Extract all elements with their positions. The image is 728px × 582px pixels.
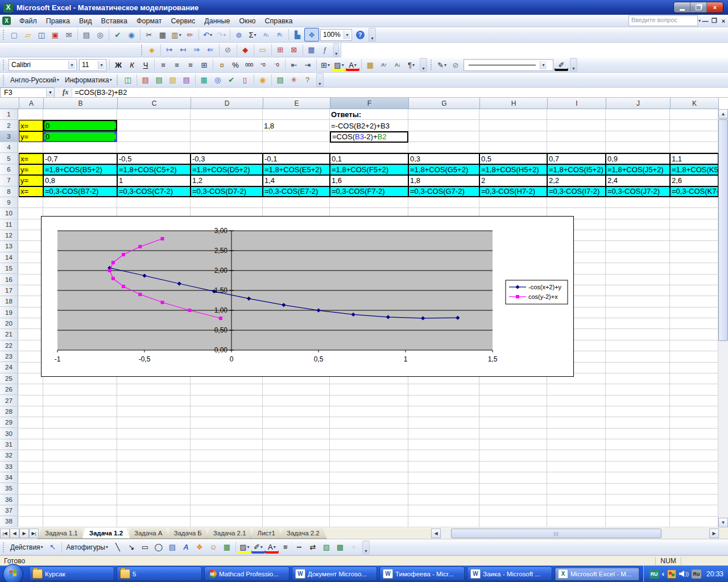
vertical-scroll-thumb[interactable] — [718, 119, 728, 341]
menu-вид[interactable]: Вид — [75, 16, 97, 26]
dictionaries-button[interactable]: ▦ — [197, 74, 211, 86]
threed-style-button[interactable]: ▩ — [333, 541, 347, 554]
row-header-4[interactable]: 4 — [0, 142, 18, 153]
line-color-button[interactable]: ✐▾ — [251, 541, 265, 554]
sheet-tab-Задача-2.2[interactable]: Задача 2.2 — [279, 528, 327, 539]
row-header-21[interactable]: 21 — [0, 329, 18, 340]
center-button[interactable]: ≡ — [170, 59, 184, 71]
row-header-6[interactable]: 6 — [0, 164, 18, 175]
quick-translate-button[interactable]: ◉ — [256, 74, 270, 86]
error-checking-button[interactable]: ◈ — [145, 44, 159, 56]
row-header-22[interactable]: 22 — [0, 340, 18, 351]
translate-selection-button[interactable]: ▤ — [152, 74, 166, 86]
increase-indent-button[interactable]: ⇥ — [301, 59, 315, 71]
dictionary-books-button[interactable]: ▤ — [274, 74, 287, 86]
translate-sheet-button[interactable]: ▤ — [166, 74, 180, 86]
cell-E6[interactable]: =1,8+COS(E5+2) — [263, 164, 330, 175]
decrease-indent-button[interactable]: ⇤ — [287, 59, 301, 71]
horizontal-scrollbar[interactable]: ◀ ||| ▶ — [431, 529, 719, 538]
dash-style-button[interactable]: ┅ — [292, 541, 306, 554]
taskbar-button-folder[interactable]: 5 — [117, 567, 202, 581]
cell-H6[interactable]: =1,8+COS(H5+2) — [479, 164, 547, 175]
cell-B8[interactable]: =0,3-COS(B7-2) — [43, 186, 117, 197]
taskbar-button-word[interactable]: WЗаика - Microsoft ... — [467, 567, 552, 581]
column-header-C[interactable]: C — [118, 98, 191, 109]
bold-button[interactable]: Ж — [111, 59, 125, 71]
evaluate-formula-button[interactable]: ƒ — [318, 44, 332, 56]
format-cells-button[interactable]: ▦ — [363, 59, 377, 71]
delete-watch-button[interactable]: ⊠ — [287, 44, 301, 56]
research-button[interactable]: ◉ — [125, 28, 138, 41]
font-color-button[interactable]: А▾ — [346, 59, 359, 71]
toolbar-options-button[interactable]: ▾ — [362, 541, 370, 554]
remove-dependent-arrows-button[interactable]: ⇐ — [204, 44, 217, 56]
last-sheet-button[interactable]: ▶| — [29, 529, 39, 538]
column-header-K[interactable]: K — [671, 98, 719, 109]
cell-D7[interactable]: 1,2 — [191, 175, 263, 186]
cell-F2[interactable]: =-COS(B2+2)+B3 — [330, 120, 408, 131]
translate-workbook-button[interactable]: ▤ — [180, 74, 193, 86]
cell-I6[interactable]: =1,8+COS(I5+2) — [547, 164, 606, 175]
name-box-dropdown-icon[interactable]: ▾ — [46, 89, 54, 97]
column-header-A[interactable]: A — [19, 98, 44, 109]
row-header-8[interactable]: 8 — [0, 186, 18, 197]
insert-watch-button[interactable]: ⊞ — [274, 44, 287, 56]
cell-F8[interactable]: =0,3-COS(F7-2) — [330, 186, 408, 197]
paste-button[interactable]: ▥▾ — [169, 28, 183, 41]
row-header-26[interactable]: 26 — [0, 384, 18, 395]
cell-A6[interactable]: y= — [19, 164, 43, 175]
cell-B2[interactable]: 0 — [43, 120, 117, 131]
row-header-29[interactable]: 29 — [0, 417, 18, 428]
draw-line-button[interactable]: ╲ — [111, 541, 125, 554]
first-sheet-button[interactable]: |◀ — [0, 529, 10, 538]
draw-arrow-button[interactable]: ↘ — [125, 541, 138, 554]
row-header-31[interactable]: 31 — [0, 439, 18, 450]
cell-K6[interactable]: =1,8+COS(K5+2) — [670, 164, 718, 175]
column-header-D[interactable]: D — [191, 98, 263, 109]
line-style-combo[interactable]: ▾ — [464, 59, 553, 71]
save-button[interactable]: ◫ — [35, 28, 48, 41]
row-header-7[interactable]: 7 — [0, 175, 18, 186]
settings-tools-button[interactable]: ✳ — [287, 74, 301, 86]
cell-G5[interactable]: 0,3 — [408, 153, 479, 164]
cell-G6[interactable]: =1,8+COS(G5+2) — [408, 164, 479, 175]
name-box[interactable]: F3 ▾ — [0, 88, 55, 98]
lingvo-translate-button[interactable]: ◫ — [121, 74, 135, 86]
menu-данные[interactable]: Данные — [200, 16, 234, 26]
format-painter-button[interactable]: ✏ — [183, 28, 197, 41]
tray-app-icon[interactable] — [667, 569, 676, 579]
fill-color-button[interactable]: ▨▾ — [332, 59, 346, 71]
menu-справка[interactable]: Справка — [260, 16, 297, 26]
cell-D6[interactable]: =1,8+COS(D5+2) — [191, 164, 263, 175]
row-header-19[interactable]: 19 — [0, 307, 18, 318]
scroll-right-button[interactable]: ▶ — [709, 529, 719, 538]
show-watch-window-button[interactable]: ▦ — [304, 44, 318, 56]
cell-F1[interactable]: Ответы: — [330, 109, 408, 120]
chevron-down-icon[interactable]: ▾ — [68, 61, 75, 69]
print-preview-button[interactable]: ◎ — [93, 28, 107, 41]
remove-precedent-arrows-button[interactable]: ↤ — [176, 44, 190, 56]
draw-actions-button[interactable]: Действия▾ — [7, 542, 46, 552]
scroll-left-button[interactable]: ◀ — [431, 529, 441, 538]
borders-button[interactable]: ⊞▾ — [318, 59, 332, 71]
line-color-button[interactable]: ✐ — [555, 59, 568, 71]
scroll-down-button[interactable]: ▼ — [718, 518, 728, 527]
increase-decimal-button[interactable]: ⁺0 — [256, 59, 270, 71]
chart[interactable]: 0,000,501,001,502,002,503,00-1-0,500,511… — [41, 216, 574, 377]
italic-button[interactable]: К — [125, 59, 139, 71]
select-objects-button[interactable]: ↖ — [46, 541, 60, 554]
verify-translation-button[interactable]: ✔ — [225, 74, 238, 86]
autoshapes-button[interactable]: Автофигуры▾ — [64, 542, 111, 552]
cell-D5[interactable]: -0,3 — [191, 153, 263, 164]
restore-button[interactable] — [690, 2, 707, 13]
cell-A5[interactable]: x= — [19, 153, 43, 164]
trace-dependents-button[interactable]: ⇒ — [190, 44, 204, 56]
open-button[interactable]: ▱ — [21, 28, 35, 41]
cell-C8[interactable]: =0,3-COS(C7-2) — [117, 186, 191, 197]
row-header-37[interactable]: 37 — [0, 505, 18, 516]
cell-A2[interactable]: x= — [19, 120, 43, 131]
menu-окно[interactable]: Окно — [234, 16, 260, 26]
wordart-button[interactable]: A — [179, 541, 193, 554]
currency-style-button[interactable]: ¤ — [215, 59, 229, 71]
row-header-36[interactable]: 36 — [0, 494, 18, 505]
